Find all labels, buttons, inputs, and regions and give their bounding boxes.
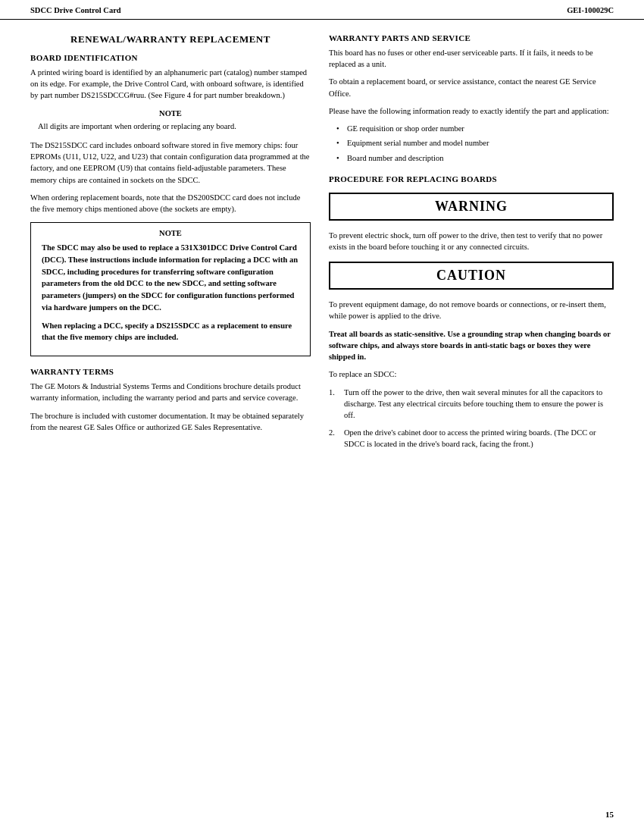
caution-box: CAUTION <box>329 262 614 290</box>
procedure-steps: Turn off the power to the drive, then wa… <box>329 387 614 450</box>
warranty-parts-para1: This board has no fuses or other end-use… <box>329 47 614 70</box>
page: SDCC Drive Control Card GEI-100029C RENE… <box>0 0 644 834</box>
note1-text: All digits are important when ordering o… <box>38 121 303 132</box>
board-id-para3: When ordering replacement boards, note t… <box>30 192 311 215</box>
header-right: GEI-100029C <box>567 6 614 14</box>
warranty-terms-para2: The brochure is included with customer d… <box>30 410 311 433</box>
warranty-parts-para2: To obtain a replacement board, or servic… <box>329 76 614 99</box>
page-number: 15 <box>605 810 614 819</box>
warning-title: WARNING <box>338 199 605 215</box>
warranty-parts-title: WARRANTY PARTS AND SERVICE <box>329 33 614 42</box>
bullet-1: GE requisition or shop order number <box>336 123 614 134</box>
content-area: RENEWAL/WARRANTY REPLACEMENT BOARD IDENT… <box>0 20 644 479</box>
step-2: Open the drive's cabinet door to access … <box>329 427 614 450</box>
caution-title: CAUTION <box>338 268 605 284</box>
note-box-1: NOTE All digits are important when order… <box>30 109 311 132</box>
warranty-bullets: GE requisition or shop order number Equi… <box>336 123 614 164</box>
step-1: Turn off the power to the drive, then wa… <box>329 387 614 422</box>
note2-title: NOTE <box>42 229 299 237</box>
warning-text: To prevent electric shock, turn off powe… <box>329 230 614 252</box>
left-column: RENEWAL/WARRANTY REPLACEMENT BOARD IDENT… <box>30 33 311 456</box>
note2-text: The SDCC may also be used to replace a 5… <box>42 242 299 314</box>
warranty-parts-para3: Please have the following information re… <box>329 105 614 117</box>
caution-text2: Treat all boards as static-sensitive. Us… <box>329 328 614 363</box>
right-column: WARRANTY PARTS AND SERVICE This board ha… <box>329 33 614 456</box>
page-header: SDCC Drive Control Card GEI-100029C <box>0 0 644 20</box>
note1-title: NOTE <box>38 109 303 118</box>
board-id-para2: The DS215SDCC card includes onboard soft… <box>30 140 311 186</box>
header-left: SDCC Drive Control Card <box>30 6 121 14</box>
warranty-terms-title: WARRANTY TERMS <box>30 367 311 376</box>
procedure-section: PROCEDURE FOR REPLACING BOARDS WARNING T… <box>329 174 614 450</box>
note-box-2: NOTE The SDCC may also be used to replac… <box>30 222 311 356</box>
board-id-title: BOARD IDENTIFICATION <box>30 53 311 62</box>
warranty-terms-section: WARRANTY TERMS The GE Motors & Industria… <box>30 367 311 433</box>
bullet-2: Equipment serial number and model number <box>336 137 614 149</box>
warranty-terms-para1: The GE Motors & Industrial Systems Terms… <box>30 381 311 403</box>
board-id-para1: A printed wiring board is identified by … <box>30 67 311 102</box>
procedure-intro: To replace an SDCC: <box>329 368 614 380</box>
section-title: RENEWAL/WARRANTY REPLACEMENT <box>30 33 311 45</box>
procedure-title: PROCEDURE FOR REPLACING BOARDS <box>329 174 614 183</box>
note2-text2: When replacing a DCC, specify a DS215SDC… <box>42 320 299 344</box>
bullet-3: Board number and description <box>336 152 614 164</box>
caution-text1: To prevent equipment damage, do not remo… <box>329 299 614 321</box>
warning-box: WARNING <box>329 193 614 221</box>
